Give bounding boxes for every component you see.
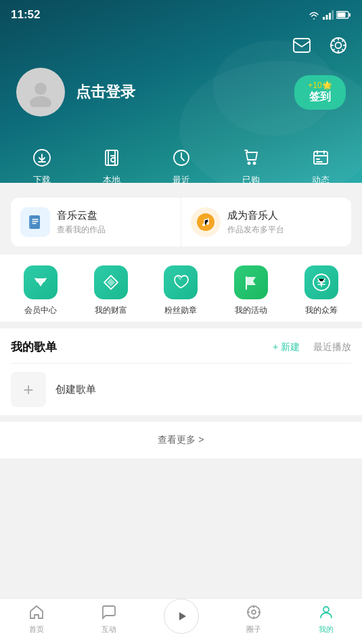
- svg-rect-5: [349, 14, 351, 17]
- yuan-sign-icon: [312, 273, 331, 292]
- wealth-label: 我的财富: [95, 305, 127, 316]
- fans-label: 粉丝勋章: [164, 305, 197, 316]
- heart-badge-icon: [171, 273, 190, 292]
- view-more-button[interactable]: 查看更多 >: [0, 422, 362, 458]
- playlist-actions: + 新建 最近播放: [273, 341, 351, 353]
- quick-nav: 下载 本地 最近: [0, 146, 362, 186]
- crowdfund-icon: [304, 265, 338, 299]
- main-content: 音乐云盘 查看我的作品 成为音乐人 作品发布多平台: [0, 190, 362, 598]
- profile-name[interactable]: 点击登录: [76, 82, 284, 102]
- nav-local[interactable]: 本地: [99, 146, 124, 186]
- signal-icon: [323, 10, 334, 20]
- svg-rect-2: [329, 13, 331, 20]
- mail-icon: [293, 38, 311, 53]
- vip-label: 会员中心: [24, 305, 57, 316]
- mail-button[interactable]: [289, 33, 315, 58]
- feature-fans[interactable]: 粉丝勋章: [164, 265, 198, 316]
- cloud-music-icon: [20, 207, 50, 237]
- sign-button[interactable]: +10🌟 签到: [294, 75, 346, 110]
- svg-point-30: [252, 610, 256, 614]
- nav-recent[interactable]: 最近: [169, 146, 194, 186]
- tab-bar: 首页 互动 圈子: [0, 598, 362, 644]
- playlist-recent-button[interactable]: 最近播放: [313, 341, 351, 353]
- svg-point-23: [202, 223, 205, 226]
- tab-mine[interactable]: 我的: [290, 603, 362, 635]
- create-playlist-label: 创建歌单: [55, 383, 96, 396]
- settings-icon: [330, 37, 347, 54]
- tab-interact-label: 互动: [101, 624, 116, 635]
- feature-activity[interactable]: 我的活动: [234, 265, 268, 316]
- playlist-new-button[interactable]: + 新建: [273, 341, 300, 353]
- cloud-doc-icon: [26, 213, 44, 231]
- circle-icon: [244, 603, 263, 622]
- activity-icon: [309, 146, 333, 170]
- tab-interact[interactable]: 互动: [72, 603, 145, 635]
- sign-bonus: +10🌟: [308, 81, 332, 90]
- feature-crowdfund[interactable]: 我的众筹: [304, 265, 338, 316]
- svg-point-11: [30, 96, 51, 107]
- svg-rect-1: [326, 15, 328, 20]
- musician-sub: 作品发布多平台: [227, 224, 284, 236]
- svg-marker-26: [107, 278, 115, 286]
- wealth-icon: [94, 265, 128, 299]
- musician-title: 成为音乐人: [227, 209, 284, 222]
- musician-icon: [191, 207, 221, 237]
- tab-circle-label: 圈子: [246, 624, 261, 635]
- tab-home[interactable]: 首页: [0, 603, 72, 635]
- crowdfund-label: 我的众筹: [305, 305, 338, 316]
- header-actions: [289, 33, 351, 58]
- svg-point-31: [323, 607, 329, 612]
- create-playlist-icon: +: [11, 372, 46, 407]
- svg-point-17: [248, 163, 250, 165]
- svg-rect-0: [323, 17, 325, 20]
- musician-card[interactable]: 成为音乐人 作品发布多平台: [181, 198, 351, 246]
- activity-feat-label: 我的活动: [235, 305, 267, 316]
- activity-feat-icon: [234, 265, 268, 299]
- musician-text: 成为音乐人 作品发布多平台: [227, 209, 284, 236]
- local-icon: [99, 146, 124, 170]
- fans-icon: [164, 265, 198, 299]
- cloud-music-title: 音乐云盘: [57, 209, 106, 222]
- status-time: 11:52: [11, 8, 40, 22]
- avatar[interactable]: [16, 68, 65, 116]
- svg-rect-7: [294, 39, 310, 52]
- view-more-label: 查看更多 >: [158, 434, 204, 446]
- nav-purchased[interactable]: 已购: [239, 146, 263, 186]
- play-button[interactable]: [164, 599, 199, 634]
- feature-wealth[interactable]: 我的财富: [94, 265, 128, 316]
- nav-download-label: 下载: [33, 174, 51, 186]
- tab-circle[interactable]: 圈子: [217, 603, 290, 635]
- nav-purchased-label: 已购: [242, 174, 260, 186]
- vip-symbol: [31, 274, 50, 291]
- cloud-music-card[interactable]: 音乐云盘 查看我的作品: [11, 198, 181, 246]
- cloud-music-sub: 查看我的作品: [57, 224, 106, 236]
- vip-icon: [24, 265, 58, 299]
- feature-vip[interactable]: 会员中心: [24, 265, 58, 316]
- status-bar: 11:52: [0, 0, 362, 30]
- nav-activity[interactable]: 动态: [309, 146, 333, 186]
- purchased-icon: [239, 146, 263, 170]
- wifi-icon: [308, 10, 320, 20]
- nav-download[interactable]: 下载: [30, 146, 54, 186]
- svg-marker-28: [179, 612, 186, 620]
- svg-rect-3: [332, 10, 334, 20]
- svg-point-8: [336, 43, 342, 49]
- home-icon: [27, 603, 46, 622]
- tab-home-label: 首页: [29, 624, 44, 635]
- tab-play[interactable]: [145, 599, 217, 639]
- profile-section: 点击登录 +10🌟 签到: [16, 68, 346, 116]
- nav-local-label: 本地: [103, 174, 120, 186]
- diamond-icon: [101, 273, 120, 292]
- mine-icon: [317, 603, 336, 622]
- svg-rect-21: [30, 215, 40, 229]
- status-icons: [308, 10, 351, 20]
- interact-icon: [99, 603, 118, 622]
- settings-button[interactable]: [325, 33, 351, 58]
- svg-point-10: [35, 83, 47, 95]
- svg-point-18: [253, 163, 255, 165]
- sign-label: 签到: [309, 90, 331, 104]
- playlist-title: 我的歌单: [11, 339, 57, 355]
- create-playlist-button[interactable]: + 创建歌单: [11, 364, 351, 415]
- music-note-icon: [197, 213, 214, 231]
- download-icon: [30, 146, 54, 170]
